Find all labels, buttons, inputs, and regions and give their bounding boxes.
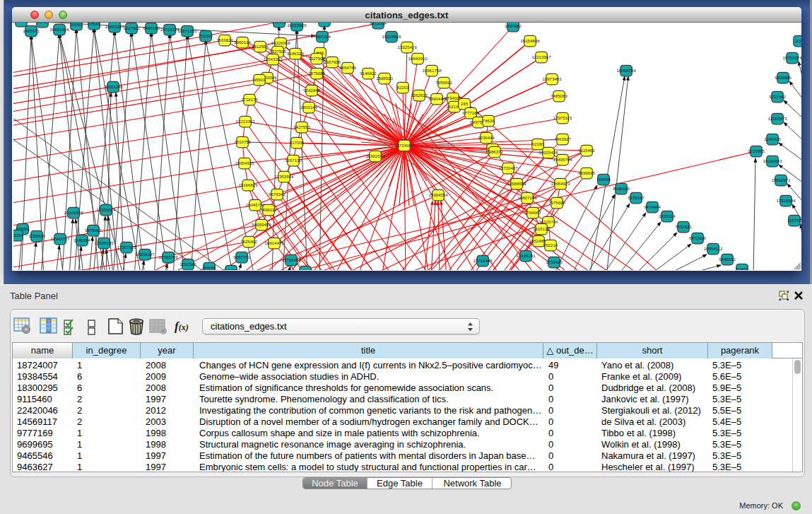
svg-text:9327505: 9327505 — [269, 49, 286, 54]
svg-text:751552: 751552 — [199, 33, 213, 38]
svg-text:116753: 116753 — [787, 218, 801, 223]
svg-text:15692971: 15692971 — [771, 177, 791, 182]
svg-text:2036444: 2036444 — [478, 135, 495, 140]
svg-text:16154838: 16154838 — [520, 38, 540, 43]
svg-text:2803144: 2803144 — [300, 105, 317, 110]
svg-text:8471626: 8471626 — [689, 235, 706, 240]
svg-text:13325419: 13325419 — [397, 45, 417, 49]
svg-text:8960124: 8960124 — [234, 40, 251, 45]
svg-text:54099459: 54099459 — [252, 222, 271, 227]
svg-text:17357225: 17357225 — [117, 245, 136, 250]
svg-text:17016504: 17016504 — [776, 198, 796, 203]
svg-text:9245652: 9245652 — [719, 257, 736, 262]
svg-text:12942737: 12942737 — [50, 236, 70, 241]
svg-text:1610755: 1610755 — [234, 139, 251, 144]
svg-text:10653287: 10653287 — [105, 24, 124, 29]
svg-text:18724007: 18724007 — [394, 143, 414, 148]
svg-text:6379197: 6379197 — [628, 195, 645, 200]
svg-text:1588520: 1588520 — [376, 76, 393, 81]
svg-text:10688609: 10688609 — [507, 181, 526, 186]
svg-text:9657771: 9657771 — [233, 255, 250, 259]
svg-text:20691406: 20691406 — [49, 27, 69, 32]
svg-text:7463627: 7463627 — [554, 136, 571, 141]
svg-text:1362615: 1362615 — [411, 93, 428, 98]
svg-text:9699695: 9699695 — [578, 170, 595, 175]
svg-text:9975867: 9975867 — [85, 228, 102, 233]
svg-text:8813054: 8813054 — [370, 23, 387, 25]
svg-text:1156829: 1156829 — [28, 233, 45, 238]
svg-text:9115460: 9115460 — [578, 148, 595, 153]
svg-text:16671355: 16671355 — [177, 28, 197, 33]
svg-text:10973493: 10973493 — [542, 76, 562, 81]
svg-text:1292346: 1292346 — [180, 262, 196, 267]
svg-text:12975115: 12975115 — [553, 115, 572, 120]
svg-text:8186328: 8186328 — [287, 51, 304, 56]
svg-text:7632621: 7632621 — [675, 224, 692, 229]
svg-text:16640910: 16640910 — [408, 56, 428, 61]
svg-text:19654923: 19654923 — [551, 181, 570, 186]
svg-text:16046718: 16046718 — [245, 202, 265, 207]
svg-text:9227342: 9227342 — [769, 94, 786, 99]
svg-text:17359924: 17359924 — [96, 207, 116, 212]
svg-text:93717: 93717 — [37, 23, 49, 24]
svg-text:10958107: 10958107 — [135, 252, 155, 257]
svg-text:13226058: 13226058 — [271, 40, 290, 45]
svg-text:16033809: 16033809 — [287, 23, 307, 28]
svg-text:97450: 97450 — [736, 267, 749, 270]
svg-text:3215955: 3215955 — [748, 148, 765, 153]
svg-text:2367608: 2367608 — [324, 59, 341, 64]
svg-text:12505135: 12505135 — [94, 240, 114, 245]
svg-text:11353594: 11353594 — [275, 174, 294, 179]
svg-text:9242848: 9242848 — [303, 88, 320, 93]
svg-text:82203: 82203 — [397, 85, 410, 90]
svg-text:7485063: 7485063 — [551, 93, 567, 98]
svg-text:19654935: 19654935 — [235, 160, 254, 165]
svg-text:92450: 92450 — [225, 268, 238, 270]
svg-text:1405571: 1405571 — [23, 28, 40, 33]
svg-text:3875685: 3875685 — [308, 71, 325, 76]
svg-text:8678342: 8678342 — [269, 192, 286, 197]
svg-text:15720407: 15720407 — [498, 165, 518, 170]
svg-text:8938924: 8938924 — [613, 186, 630, 191]
svg-text:9474444: 9474444 — [644, 204, 661, 209]
svg-text:160338: 160338 — [272, 23, 287, 24]
svg-text:164095: 164095 — [596, 177, 611, 182]
svg-text:19218506: 19218506 — [382, 34, 401, 39]
svg-text:19166825: 19166825 — [238, 182, 258, 187]
svg-text:15716485: 15716485 — [473, 258, 493, 263]
svg-text:12213967: 12213967 — [531, 54, 551, 59]
svg-text:10654112: 10654112 — [704, 246, 723, 251]
svg-text:1733426: 1733426 — [546, 259, 563, 264]
svg-text:88130: 88130 — [319, 23, 331, 23]
svg-text:16210643: 16210643 — [763, 158, 782, 163]
svg-text:7857224: 7857224 — [314, 34, 331, 39]
svg-text:13495794: 13495794 — [553, 157, 572, 162]
svg-text:14136141: 14136141 — [516, 253, 536, 258]
svg-text:16782759: 16782759 — [158, 255, 178, 259]
svg-text:9427552: 9427552 — [293, 124, 310, 129]
svg-text:7663822: 7663822 — [216, 37, 233, 42]
svg-text:12093873: 12093873 — [767, 116, 787, 121]
svg-text:9784067: 9784067 — [524, 210, 541, 215]
svg-text:10543362: 10543362 — [263, 57, 283, 62]
svg-text:16914479: 16914479 — [264, 240, 284, 245]
svg-text:1112: 1112 — [795, 38, 801, 43]
svg-text:74626: 74626 — [483, 118, 495, 123]
svg-text:12923446: 12923446 — [295, 269, 315, 270]
svg-text:10719155: 10719155 — [160, 27, 180, 32]
svg-text:8912954: 8912954 — [252, 44, 269, 49]
svg-text:9329986: 9329986 — [775, 75, 792, 80]
svg-text:252214: 252214 — [543, 243, 558, 247]
svg-text:9777169: 9777169 — [462, 110, 479, 115]
svg-text:1244415: 1244415 — [764, 136, 781, 141]
svg-text:7955812: 7955812 — [435, 80, 452, 85]
svg-text:18807249: 18807249 — [517, 195, 537, 200]
svg-text:9327505: 9327505 — [308, 56, 325, 61]
svg-text:8990448: 8990448 — [428, 96, 445, 101]
svg-text:3267130: 3267130 — [285, 158, 302, 163]
svg-text:16961758: 16961758 — [422, 68, 442, 73]
svg-text:1145194: 1145194 — [73, 238, 90, 243]
svg-text:16648784: 16648784 — [616, 68, 636, 73]
svg-text:1615132: 1615132 — [533, 226, 550, 231]
svg-text:7625402: 7625402 — [240, 239, 257, 244]
